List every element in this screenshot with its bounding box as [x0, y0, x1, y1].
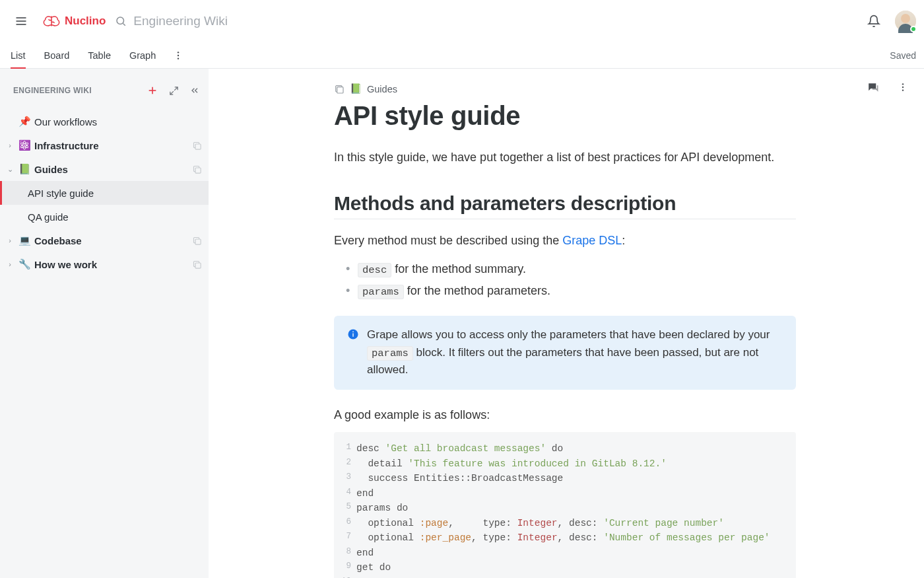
topbar-right	[861, 8, 916, 34]
code-line-content: desc 'Get all broadcast messages' do	[356, 441, 563, 456]
view-tab-list[interactable]: List	[11, 42, 26, 68]
svg-rect-24	[352, 334, 354, 337]
view-tab-table[interactable]: Table	[88, 42, 111, 68]
line-number: 1	[334, 441, 356, 456]
list-item-text: for the method parameters.	[404, 284, 550, 297]
inline-code: desc	[358, 263, 391, 277]
folder-icon: 📗	[18, 163, 30, 175]
info-icon	[347, 328, 359, 379]
sidebar-item-infrastructure[interactable]: ›⚛️Infrastructure	[0, 133, 209, 157]
code-line: 4end	[334, 486, 796, 501]
breadcrumb-label: Guides	[367, 84, 397, 94]
document: 📗 Guides API style guide In this style g…	[209, 69, 796, 578]
breadcrumb-back-icon	[334, 84, 345, 94]
chevron-down-icon: ⌄	[5, 165, 15, 174]
code-line-content: end	[356, 546, 374, 560]
search-placeholder: Engineering Wiki	[133, 14, 228, 28]
section-lead-pre: Every method must be described using the	[334, 234, 562, 247]
sidebar-item-guides[interactable]: ⌄📗Guides	[0, 157, 209, 181]
section-lead-post: :	[622, 234, 625, 247]
code-line: 10 messages = BroadcastMessage.all	[334, 575, 796, 578]
comments-button[interactable]	[863, 78, 882, 96]
svg-point-5	[178, 52, 179, 53]
code-line-content: optional :per_page, type: Integer, desc:…	[356, 530, 770, 545]
views-more-button[interactable]	[169, 46, 187, 65]
code-line: 7 optional :per_page, type: Integer, des…	[334, 530, 796, 545]
chevron-right-icon: ›	[5, 260, 15, 268]
presence-online-icon	[910, 26, 917, 32]
folder-icon: 💻	[18, 235, 30, 246]
sidebar-item-codebase[interactable]: ›💻Codebase	[0, 229, 209, 252]
hamburger-menu-button[interactable]	[8, 8, 34, 34]
doc-more-button[interactable]	[894, 78, 912, 96]
callout-pre: Grape allows you to access only the para…	[367, 328, 770, 341]
code-line-content: optional :page, type: Integer, desc: 'Cu…	[356, 516, 724, 530]
chevron-right-icon: ›	[5, 141, 15, 149]
sidebar-item-qa-guide[interactable]: QA guide	[0, 205, 209, 229]
grape-dsl-link[interactable]: Grape DSL	[562, 234, 622, 247]
svg-point-19	[902, 87, 904, 88]
sidebar-collapse-button[interactable]	[186, 82, 203, 99]
brand-logo[interactable]: Nuclino	[42, 14, 106, 28]
sidebar-add-button[interactable]	[144, 82, 161, 99]
expand-icon	[169, 86, 179, 96]
duplicate-icon[interactable]	[192, 164, 202, 174]
code-block: 1desc 'Get all broadcast messages' do2 d…	[334, 432, 796, 578]
sidebar-header: ENGINEERING WIKI	[0, 78, 209, 103]
view-bar: ListBoardTableGraph Saved	[0, 42, 924, 69]
plus-icon	[147, 85, 158, 96]
folder-icon: 📌	[18, 116, 30, 127]
line-number: 3	[334, 471, 356, 486]
more-vertical-icon	[173, 50, 183, 61]
sidebar-expand-button[interactable]	[165, 82, 182, 99]
sidebar-item-label: QA guide	[28, 211, 202, 223]
svg-point-3	[117, 17, 124, 24]
svg-point-20	[902, 89, 904, 90]
sidebar-item-label: Codebase	[34, 235, 188, 246]
inline-code: params	[358, 285, 404, 299]
user-avatar[interactable]	[895, 11, 916, 32]
svg-rect-25	[352, 332, 354, 333]
code-line-content: detail 'This feature was introduced in G…	[356, 456, 667, 471]
code-line-content: end	[356, 486, 374, 501]
search-trigger[interactable]: Engineering Wiki	[115, 14, 228, 28]
view-tab-graph[interactable]: Graph	[129, 42, 156, 68]
folder-icon: 🔧	[18, 258, 30, 270]
doc-actions	[863, 78, 912, 96]
svg-point-18	[902, 83, 904, 85]
sidebar: ENGINEERING WIKI 📌Our workflows›⚛️Infras…	[0, 69, 209, 578]
bell-icon	[867, 15, 880, 28]
line-number: 5	[334, 501, 356, 515]
duplicate-icon[interactable]	[192, 141, 202, 151]
example-lead: A good example is as follows:	[334, 406, 796, 425]
line-number: 8	[334, 546, 356, 560]
callout-post: block. It filters out the parameters tha…	[367, 346, 758, 376]
section-lead: Every method must be described using the…	[334, 231, 796, 250]
code-line: 3 success Entities::BroadcastMessage	[334, 471, 796, 486]
sidebar-item-api-style-guide[interactable]: API style guide	[0, 181, 209, 205]
duplicate-icon[interactable]	[192, 236, 202, 246]
line-number: 2	[334, 456, 356, 471]
notifications-button[interactable]	[861, 8, 887, 34]
sidebar-item-label: Infrastructure	[34, 140, 188, 151]
info-callout: Grape allows you to access only the para…	[334, 316, 796, 389]
view-tab-board[interactable]: Board	[44, 42, 70, 68]
line-number: 4	[334, 486, 356, 501]
chevrons-left-icon	[189, 85, 200, 96]
duplicate-icon[interactable]	[192, 260, 202, 270]
sidebar-item-label: Guides	[34, 164, 188, 175]
svg-point-6	[178, 54, 179, 55]
line-number: 10	[334, 575, 356, 578]
sidebar-item-how-we-work[interactable]: ›🔧How we work	[0, 252, 209, 276]
code-line-content: get do	[356, 560, 391, 575]
list-item: params for the method parameters.	[346, 280, 796, 302]
code-line: 5params do	[334, 501, 796, 515]
line-number: 7	[334, 530, 356, 545]
view-tabs: ListBoardTableGraph	[11, 42, 156, 68]
intro-text: In this style guide, we have put togethe…	[334, 149, 796, 167]
brain-icon	[42, 14, 61, 28]
breadcrumb[interactable]: 📗 Guides	[334, 83, 796, 94]
sidebar-item-our-workflows[interactable]: 📌Our workflows	[0, 110, 209, 133]
code-line-content: params do	[356, 501, 408, 515]
sidebar-item-label: How we work	[34, 259, 188, 270]
